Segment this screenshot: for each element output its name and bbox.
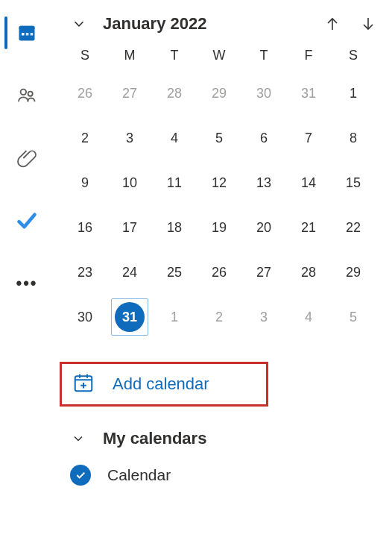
dow-header: S bbox=[331, 48, 376, 63]
svg-rect-1 bbox=[19, 26, 35, 31]
calendar-day[interactable]: 31 bbox=[286, 78, 331, 108]
calendar-day[interactable]: 20 bbox=[241, 213, 286, 242]
calendar-day[interactable]: 4 bbox=[152, 123, 197, 153]
calendar-day[interactable]: 18 bbox=[152, 213, 197, 242]
calendar-day[interactable]: 2 bbox=[63, 123, 107, 153]
paperclip-icon bbox=[16, 148, 37, 169]
rail-more[interactable]: ••• bbox=[9, 266, 45, 301]
calendar-day[interactable]: 22 bbox=[331, 213, 376, 242]
calendar-day[interactable]: 21 bbox=[286, 213, 331, 242]
calendar-day[interactable]: 6 bbox=[241, 123, 286, 153]
calendar-day[interactable]: 8 bbox=[331, 123, 376, 153]
calendar-panel: January 2022 SMTWTFS26272829303112345678… bbox=[54, 0, 392, 549]
calendar-day[interactable]: 29 bbox=[197, 78, 241, 108]
calendar-day[interactable]: 30 bbox=[63, 302, 107, 332]
left-nav-rail: ••• bbox=[0, 0, 54, 549]
calendar-day[interactable]: 28 bbox=[286, 257, 331, 287]
calendar-day[interactable]: 12 bbox=[197, 168, 241, 198]
calendar-day[interactable]: 17 bbox=[107, 213, 152, 242]
dow-header: F bbox=[286, 48, 331, 63]
calendar-day[interactable]: 13 bbox=[241, 168, 286, 198]
dow-header: T bbox=[241, 48, 286, 63]
rail-attachments[interactable] bbox=[9, 140, 45, 176]
my-calendars-section-toggle[interactable]: My calendars bbox=[60, 429, 379, 448]
calendar-day[interactable]: 1 bbox=[152, 302, 197, 332]
add-calendar-button[interactable]: Add calendar bbox=[60, 362, 268, 407]
calendar-day[interactable]: 27 bbox=[241, 257, 286, 287]
calendar-day[interactable]: 7 bbox=[286, 123, 331, 153]
calendar-day[interactable]: 1 bbox=[331, 78, 376, 108]
calendar-day[interactable]: 10 bbox=[107, 168, 152, 198]
calendar-day[interactable]: 9 bbox=[63, 168, 107, 198]
next-month-button[interactable] bbox=[358, 13, 379, 34]
dow-header: W bbox=[197, 48, 241, 63]
rail-people[interactable] bbox=[9, 78, 45, 113]
calendar-day[interactable]: 31 bbox=[107, 302, 152, 332]
svg-point-6 bbox=[28, 92, 33, 96]
checkmark-icon bbox=[16, 210, 37, 231]
mini-calendar-grid: SMTWTFS262728293031123456789101112131415… bbox=[60, 48, 379, 332]
calendar-day[interactable]: 25 bbox=[152, 257, 197, 287]
month-collapse-toggle[interactable] bbox=[69, 13, 89, 34]
calendar-day[interactable]: 26 bbox=[197, 257, 241, 287]
chevron-down-icon bbox=[71, 16, 87, 32]
dow-header: M bbox=[107, 48, 152, 63]
people-icon bbox=[16, 85, 37, 106]
rail-calendar[interactable] bbox=[9, 15, 45, 51]
calendar-day[interactable]: 28 bbox=[152, 78, 197, 108]
svg-rect-3 bbox=[26, 33, 29, 36]
calendar-icon bbox=[16, 22, 37, 43]
calendar-day[interactable]: 24 bbox=[107, 257, 152, 287]
calendar-day[interactable]: 4 bbox=[286, 302, 331, 332]
calendar-day[interactable]: 2 bbox=[197, 302, 241, 332]
chevron-down-icon bbox=[70, 430, 86, 447]
calendar-day[interactable]: 30 bbox=[241, 78, 286, 108]
calendar-day[interactable]: 15 bbox=[331, 168, 376, 198]
month-header: January 2022 bbox=[60, 13, 379, 34]
add-calendar-label: Add calendar bbox=[113, 374, 209, 394]
svg-point-5 bbox=[21, 90, 26, 95]
more-icon: ••• bbox=[16, 274, 37, 293]
calendar-day[interactable]: 14 bbox=[286, 168, 331, 198]
calendar-day[interactable]: 5 bbox=[197, 123, 241, 153]
rail-todo[interactable] bbox=[9, 203, 45, 239]
calendar-day[interactable]: 27 bbox=[107, 78, 152, 108]
arrow-down-icon bbox=[359, 15, 377, 33]
svg-rect-2 bbox=[22, 33, 25, 36]
calendar-item-label: Calendar bbox=[107, 466, 171, 484]
calendar-day[interactable]: 11 bbox=[152, 168, 197, 198]
calendar-day[interactable]: 16 bbox=[63, 213, 107, 242]
calendar-check-icon[interactable] bbox=[70, 465, 91, 486]
calendar-day[interactable]: 5 bbox=[331, 302, 376, 332]
arrow-up-icon bbox=[323, 15, 341, 33]
svg-rect-4 bbox=[31, 33, 34, 36]
calendar-day[interactable]: 3 bbox=[241, 302, 286, 332]
calendar-day[interactable]: 23 bbox=[63, 257, 107, 287]
calendar-day[interactable]: 26 bbox=[63, 78, 107, 108]
prev-month-button[interactable] bbox=[322, 13, 343, 34]
calendar-day[interactable]: 19 bbox=[197, 213, 241, 242]
calendar-list-item[interactable]: Calendar bbox=[60, 465, 379, 486]
calendar-day[interactable]: 29 bbox=[331, 257, 376, 287]
calendar-day[interactable]: 3 bbox=[107, 123, 152, 153]
dow-header: S bbox=[63, 48, 107, 63]
month-title: January 2022 bbox=[103, 14, 309, 34]
dow-header: T bbox=[152, 48, 197, 63]
add-calendar-icon bbox=[72, 371, 95, 397]
my-calendars-label: My calendars bbox=[103, 429, 206, 448]
